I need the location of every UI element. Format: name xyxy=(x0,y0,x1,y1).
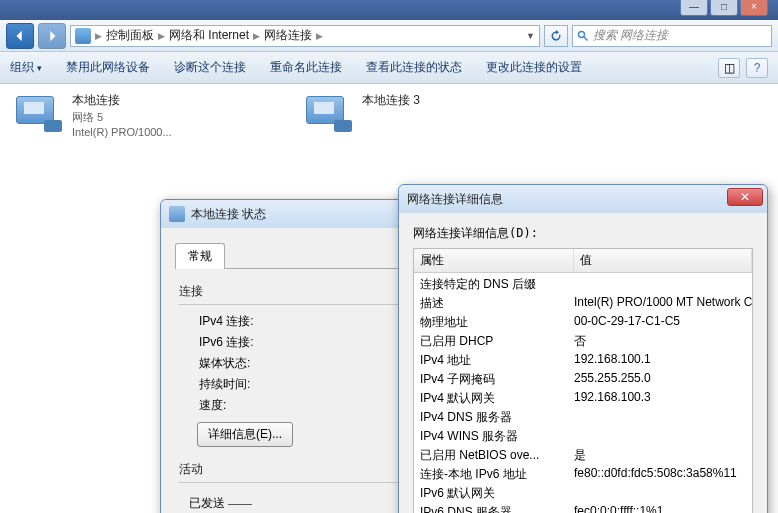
change-settings-button[interactable]: 更改此连接的设置 xyxy=(486,59,582,76)
table-row[interactable]: 连接-本地 IPv6 地址fe80::d0fd:fdc5:508c:3a58%1… xyxy=(414,465,752,484)
network-icon xyxy=(75,28,91,44)
organize-menu[interactable]: 组织 xyxy=(10,59,42,76)
table-row[interactable]: IPv6 DNS 服务器fec0:0:0:ffff::1%1 xyxy=(414,503,752,513)
cell-value: fe80::d0fd:fdc5:508c:3a58%11 xyxy=(574,466,752,483)
cell-value: 00-0C-29-17-C1-C5 xyxy=(574,314,752,331)
table-row[interactable]: IPv6 默认网关 xyxy=(414,484,752,503)
column-value[interactable]: 值 xyxy=(574,249,752,272)
table-row[interactable]: IPv4 DNS 服务器 xyxy=(414,408,752,427)
dialog-title: 网络连接详细信息 xyxy=(407,191,503,208)
cell-value: 192.168.100.1 xyxy=(574,352,752,369)
view-options-button[interactable]: ◫ xyxy=(718,58,740,78)
cell-property: IPv4 WINS 服务器 xyxy=(414,428,574,445)
dialog-titlebar[interactable]: 网络连接详细信息 ✕ xyxy=(399,185,767,213)
nav-bar: ▶ 控制面板 ▶ 网络和 Internet ▶ 网络连接 ▶ ▼ 搜索 网络连接 xyxy=(0,20,778,52)
cell-value: 192.168.100.3 xyxy=(574,390,752,407)
adapter-icon xyxy=(306,92,354,132)
breadcrumb[interactable]: 网络和 Internet xyxy=(169,27,249,44)
refresh-button[interactable] xyxy=(544,25,568,47)
window-titlebar: — □ × xyxy=(0,0,778,20)
details-caption: 网络连接详细信息(D): xyxy=(413,225,753,242)
table-row[interactable]: IPv4 子网掩码255.255.255.0 xyxy=(414,370,752,389)
window-minimize-button[interactable]: — xyxy=(680,0,708,16)
cell-property: 物理地址 xyxy=(414,314,574,331)
cell-property: 连接-本地 IPv6 地址 xyxy=(414,466,574,483)
cell-value xyxy=(574,409,752,426)
table-row[interactable]: 连接特定的 DNS 后缀 xyxy=(414,275,752,294)
cell-value: 是 xyxy=(574,447,752,464)
adapter-icon xyxy=(169,206,185,222)
chevron-right-icon: ▶ xyxy=(253,31,260,41)
search-icon xyxy=(577,30,589,42)
nav-forward-button[interactable] xyxy=(38,23,66,49)
window-maximize-button[interactable]: □ xyxy=(710,0,738,16)
cell-property: 连接特定的 DNS 后缀 xyxy=(414,276,574,293)
breadcrumb[interactable]: 控制面板 xyxy=(106,27,154,44)
chevron-right-icon: ▶ xyxy=(158,31,165,41)
svg-point-0 xyxy=(579,31,585,37)
connection-name: 本地连接 xyxy=(72,92,172,109)
connection-network: 网络 5 xyxy=(72,110,172,125)
dropdown-icon[interactable]: ▼ xyxy=(526,31,535,41)
disable-device-button[interactable]: 禁用此网络设备 xyxy=(66,59,150,76)
connection-details-dialog: 网络连接详细信息 ✕ 网络连接详细信息(D): 属性 值 连接特定的 DNS 后… xyxy=(398,184,768,513)
cell-value xyxy=(574,276,752,293)
cell-value xyxy=(574,428,752,445)
cell-property: IPv6 DNS 服务器 xyxy=(414,504,574,513)
cell-property: IPv4 默认网关 xyxy=(414,390,574,407)
cell-value: 否 xyxy=(574,333,752,350)
connection-item[interactable]: 本地连接 3 xyxy=(306,92,556,138)
connection-adapter: Intel(R) PRO/1000... xyxy=(72,126,172,138)
cell-property: 描述 xyxy=(414,295,574,312)
view-status-button[interactable]: 查看此连接的状态 xyxy=(366,59,462,76)
cell-value: 255.255.255.0 xyxy=(574,371,752,388)
address-bar[interactable]: ▶ 控制面板 ▶ 网络和 Internet ▶ 网络连接 ▶ ▼ xyxy=(70,25,540,47)
column-property[interactable]: 属性 xyxy=(414,249,574,272)
command-bar: 组织 禁用此网络设备 诊断这个连接 重命名此连接 查看此连接的状态 更改此连接的… xyxy=(0,52,778,84)
details-table: 属性 值 连接特定的 DNS 后缀描述Intel(R) PRO/1000 MT … xyxy=(413,248,753,513)
details-button[interactable]: 详细信息(E)... xyxy=(197,422,293,447)
svg-line-1 xyxy=(584,36,588,40)
cell-value: fec0:0:0:ffff::1%1 xyxy=(574,504,752,513)
table-row[interactable]: IPv4 WINS 服务器 xyxy=(414,427,752,446)
table-row[interactable]: IPv4 地址192.168.100.1 xyxy=(414,351,752,370)
connection-name: 本地连接 3 xyxy=(362,92,420,109)
table-row[interactable]: IPv4 默认网关192.168.100.3 xyxy=(414,389,752,408)
rename-button[interactable]: 重命名此连接 xyxy=(270,59,342,76)
table-row[interactable]: 描述Intel(R) PRO/1000 MT Network Conn xyxy=(414,294,752,313)
cell-property: IPv6 默认网关 xyxy=(414,485,574,502)
table-row[interactable]: 物理地址00-0C-29-17-C1-C5 xyxy=(414,313,752,332)
cell-value xyxy=(574,485,752,502)
cell-property: 已启用 DHCP xyxy=(414,333,574,350)
diagnose-button[interactable]: 诊断这个连接 xyxy=(174,59,246,76)
cell-property: IPv4 地址 xyxy=(414,352,574,369)
search-input[interactable]: 搜索 网络连接 xyxy=(572,25,772,47)
nav-back-button[interactable] xyxy=(6,23,34,49)
cell-property: IPv4 DNS 服务器 xyxy=(414,409,574,426)
cell-value: Intel(R) PRO/1000 MT Network Conn xyxy=(574,295,752,312)
adapter-icon xyxy=(16,92,64,132)
sent-label: 已发送 —— xyxy=(189,495,252,513)
search-placeholder: 搜索 网络连接 xyxy=(593,27,668,44)
content-area: 本地连接 网络 5 Intel(R) PRO/1000... 本地连接 3 本地… xyxy=(0,84,778,513)
dialog-close-button[interactable]: ✕ xyxy=(727,188,763,206)
connection-item[interactable]: 本地连接 网络 5 Intel(R) PRO/1000... xyxy=(16,92,266,138)
chevron-right-icon: ▶ xyxy=(316,31,323,41)
cell-property: 已启用 NetBIOS ove... xyxy=(414,447,574,464)
breadcrumb[interactable]: 网络连接 xyxy=(264,27,312,44)
cell-property: IPv4 子网掩码 xyxy=(414,371,574,388)
window-close-button[interactable]: × xyxy=(740,0,768,16)
chevron-right-icon: ▶ xyxy=(95,31,102,41)
table-row[interactable]: 已启用 DHCP否 xyxy=(414,332,752,351)
table-row[interactable]: 已启用 NetBIOS ove...是 xyxy=(414,446,752,465)
help-button[interactable]: ? xyxy=(746,58,768,78)
dialog-title: 本地连接 状态 xyxy=(191,206,266,223)
tab-general[interactable]: 常规 xyxy=(175,243,225,269)
